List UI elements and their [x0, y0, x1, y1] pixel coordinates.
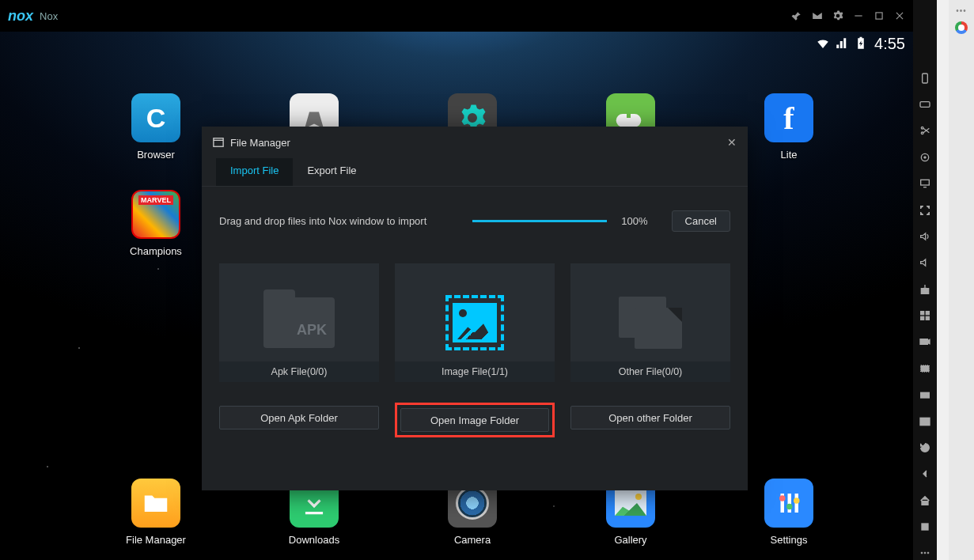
more-icon[interactable] [918, 547, 932, 560]
svg-rect-28 [926, 418, 930, 425]
volume-down-icon[interactable] [918, 256, 932, 270]
browser-icon: C [131, 93, 180, 142]
wifi-icon [816, 36, 830, 51]
record-icon[interactable] [918, 335, 932, 349]
svg-rect-1 [876, 13, 882, 19]
app-label: Browser [137, 149, 175, 161]
fullscreen-icon[interactable] [918, 203, 932, 217]
gear-icon[interactable] [832, 10, 843, 21]
my-computer-icon[interactable] [918, 177, 932, 191]
close-button[interactable] [894, 10, 905, 21]
volume-up-icon[interactable] [918, 229, 932, 243]
rotate-icon[interactable] [918, 441, 932, 454]
svg-point-6 [786, 504, 793, 510]
location-icon[interactable] [918, 150, 932, 164]
svg-rect-29 [922, 524, 928, 530]
app-browser[interactable]: C Browser [128, 93, 184, 161]
apk-card-title: Apk File(0/0) [219, 361, 379, 382]
other-drop-card[interactable]: Other File(0/0) [570, 263, 730, 382]
svg-rect-16 [921, 180, 930, 186]
macro-icon[interactable] [918, 361, 932, 375]
nox-main: nox Nox 4:55 [0, 0, 913, 560]
home-icon[interactable] [918, 494, 932, 507]
svg-point-31 [924, 552, 926, 554]
svg-point-5 [779, 495, 786, 501]
open-other-folder-button[interactable]: Open other Folder [570, 406, 730, 429]
progress-percent: 100% [621, 215, 647, 227]
titlebar: nox Nox [0, 0, 913, 32]
maximize-button[interactable] [874, 10, 885, 21]
documents-icon [619, 297, 682, 349]
pin-icon[interactable] [791, 10, 802, 21]
apk-column: APK Apk File(0/0) Open Apk Folder [219, 263, 379, 437]
svg-rect-3 [788, 494, 792, 513]
progress-row: Drag and drop files into Nox window to i… [219, 210, 730, 232]
dialog-title: File Manager [230, 137, 290, 149]
svg-rect-19 [926, 312, 929, 315]
back-icon[interactable] [918, 467, 932, 481]
app-champions[interactable]: MARVEL Champions [128, 190, 184, 257]
other-card-title: Other File(0/0) [570, 361, 730, 382]
keyboard-icon[interactable] [918, 97, 932, 111]
svg-point-32 [927, 552, 929, 554]
shake-icon[interactable] [918, 71, 932, 85]
app-label: Downloads [289, 534, 339, 546]
file-manager-dialog: File Manager ✕ Import File Export File D… [202, 127, 748, 490]
nox-toolbar [913, 0, 937, 560]
svg-rect-20 [921, 316, 924, 320]
screenshot-icon[interactable] [918, 388, 932, 402]
svg-rect-18 [921, 312, 924, 315]
recents-icon[interactable] [918, 520, 932, 533]
apk-install-icon[interactable] [918, 282, 932, 296]
app-facebook-lite[interactable]: f Lite [761, 93, 817, 161]
svg-rect-0 [855, 15, 862, 16]
facebook-icon: f [764, 93, 813, 142]
svg-point-12 [921, 127, 923, 130]
multi-instance-icon[interactable] [918, 308, 932, 322]
svg-rect-23 [920, 339, 927, 345]
cancel-button[interactable]: Cancel [672, 210, 730, 232]
sliders-icon [764, 479, 813, 528]
app-label: File Manager [126, 534, 186, 546]
open-image-folder-button[interactable]: Open Image Folder [400, 408, 549, 432]
app-label: Champions [130, 245, 182, 257]
overflow-dots-icon: ••• [956, 6, 967, 15]
svg-point-26 [923, 394, 927, 397]
svg-rect-11 [920, 102, 930, 108]
android-screen: 4:55 C Browser [0, 32, 913, 560]
svg-rect-10 [923, 74, 928, 83]
window-icon [213, 137, 224, 148]
svg-point-30 [921, 552, 923, 554]
two-side-icon[interactable] [918, 414, 932, 428]
folder-icon [131, 479, 180, 528]
open-apk-folder-button[interactable]: Open Apk Folder [219, 406, 379, 429]
svg-rect-27 [920, 418, 924, 425]
apk-folder-icon: APK [263, 297, 335, 348]
drag-hint: Drag and drop files into Nox window to i… [219, 215, 426, 227]
app-label: Camera [454, 534, 491, 546]
image-drop-card[interactable]: Image File(1/1) [395, 263, 555, 382]
svg-rect-8 [214, 138, 223, 147]
app-settings2[interactable]: Settings [761, 479, 817, 546]
clock: 4:55 [874, 35, 905, 53]
android-statusbar: 4:55 [0, 32, 913, 55]
tab-export-file[interactable]: Export File [293, 158, 370, 186]
image-file-icon [445, 295, 504, 350]
minimize-button[interactable] [853, 10, 864, 21]
scissors-icon[interactable] [918, 124, 932, 138]
marvel-champions-icon: MARVEL [131, 190, 180, 239]
dialog-titlebar: File Manager ✕ [202, 127, 748, 158]
apk-drop-card[interactable]: APK Apk File(0/0) [219, 263, 379, 382]
other-column: Other File(0/0) Open other Folder [570, 263, 730, 437]
dialog-close-button[interactable]: ✕ [727, 136, 737, 149]
apk-badge: APK [297, 322, 327, 339]
mail-icon[interactable] [812, 10, 823, 21]
home-row-2: MARVEL Champions [128, 190, 184, 257]
app-title: Nox [40, 10, 58, 22]
app-label: Settings [771, 534, 808, 546]
battery-charging-icon [854, 36, 868, 51]
tab-import-file[interactable]: Import File [216, 158, 293, 186]
app-file-manager[interactable]: File Manager [128, 479, 184, 546]
signal-icon [835, 36, 849, 51]
progress-bar [472, 220, 607, 222]
